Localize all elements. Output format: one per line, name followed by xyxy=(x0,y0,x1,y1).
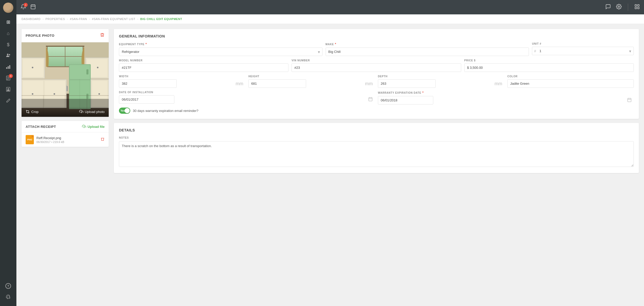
notes-section: NOTES There is a scratch on the bottom a… xyxy=(119,136,634,168)
price-field: PRICE $ xyxy=(464,59,634,72)
height-input[interactable] xyxy=(248,79,306,88)
topbar-divider xyxy=(628,4,628,11)
price-input[interactable] xyxy=(464,63,634,72)
upload-file-button[interactable]: Upload file xyxy=(82,125,105,129)
help-icon: ? xyxy=(5,283,11,289)
receipt-filename: Reff.Receipt.png xyxy=(36,136,64,140)
equipment-type-select-wrapper: Refrigerator Washer Dryer Dishwasher HVA… xyxy=(119,47,323,56)
receipt-file-details: Reff.Receipt.png 06/30/2017 • 219.6 kB xyxy=(36,136,64,144)
depth-label: DEPTH xyxy=(378,75,504,78)
vin-number-field: VIN NUMBER xyxy=(291,59,461,72)
equipment-type-select[interactable]: Refrigerator Washer Dryer Dishwasher HVA… xyxy=(119,47,323,56)
topbar-right xyxy=(605,4,640,11)
breadcrumb-dashboard[interactable]: DASHBOARD xyxy=(22,17,41,21)
svg-point-15 xyxy=(618,6,620,7)
money-icon: $ xyxy=(7,42,9,47)
breadcrumb-equipment-list[interactable]: #SAN-FRAN EQUIPMENT LIST xyxy=(92,17,135,21)
breadcrumb-sep-4: › xyxy=(137,18,138,21)
crop-button[interactable]: Crop xyxy=(26,110,38,114)
install-date-label: DATE OF INSTALLATION xyxy=(119,91,375,94)
sidebar-item-home[interactable]: ⌂ xyxy=(3,28,13,39)
sidebar-item-pen[interactable] xyxy=(3,96,13,106)
make-input[interactable] xyxy=(326,47,529,56)
svg-rect-11 xyxy=(31,5,35,9)
sidebar-item-grid[interactable]: ⊞ xyxy=(3,17,13,27)
svg-rect-4 xyxy=(9,65,10,69)
sidebar-item-help[interactable]: ? xyxy=(3,281,13,291)
sidebar-item-contact[interactable] xyxy=(3,85,13,95)
form-row-4: DATE OF INSTALLATION xyxy=(119,91,634,104)
warranty-date-calendar-icon[interactable] xyxy=(627,98,632,103)
delete-photo-button[interactable] xyxy=(100,33,105,39)
width-unit: mm xyxy=(236,81,243,86)
notes-label: NOTES xyxy=(119,136,634,139)
sidebar-item-tasks[interactable]: 8 xyxy=(3,73,13,84)
depth-wrapper: mm xyxy=(378,79,504,88)
left-column: PROFILE PHOTO xyxy=(22,29,109,301)
chart-icon xyxy=(6,64,11,71)
depth-input[interactable] xyxy=(378,79,436,88)
calendar-icon[interactable] xyxy=(30,4,36,11)
sidebar-item-money[interactable]: $ xyxy=(3,40,13,50)
equipment-type-required: * xyxy=(146,42,147,46)
unit-number-select[interactable]: 123 xyxy=(532,47,634,55)
svg-rect-2 xyxy=(6,67,7,69)
contact-icon xyxy=(6,87,11,93)
sidebar: ⊞ ⌂ $ 8 xyxy=(0,0,16,306)
warranty-date-input[interactable] xyxy=(378,96,433,104)
people-icon xyxy=(6,53,11,59)
notification-bell[interactable]: 1 xyxy=(21,4,26,11)
delete-receipt-button[interactable] xyxy=(100,137,105,142)
upload-photo-button[interactable]: Upload photo xyxy=(79,110,105,114)
kitchen-photo xyxy=(22,42,109,117)
color-input[interactable] xyxy=(507,79,634,88)
notes-textarea[interactable]: There is a scratch on the bottom as a re… xyxy=(119,141,634,167)
svg-rect-52 xyxy=(98,93,100,95)
chat-icon[interactable] xyxy=(605,4,611,11)
profile-photo-header: PROFILE PHOTO xyxy=(22,29,109,42)
general-info-title: GENERAL INFORMATION xyxy=(119,34,634,38)
toggle-yes-label: Yes xyxy=(120,109,125,112)
height-label: HEIGHT xyxy=(248,75,375,78)
pen-icon xyxy=(6,98,11,104)
warranty-toggle[interactable]: Yes xyxy=(119,108,130,114)
details-card: DETAILS NOTES There is a scratch on the … xyxy=(114,123,639,173)
file-type-icon: PNG xyxy=(26,135,34,144)
height-field: HEIGHT mm xyxy=(248,75,375,88)
warranty-toggle-description: 30 days warranty expiration email remind… xyxy=(133,109,198,113)
sidebar-item-support[interactable] xyxy=(3,292,13,302)
width-input[interactable] xyxy=(119,79,177,88)
vin-number-input[interactable] xyxy=(291,63,461,72)
make-label: MAKE * xyxy=(326,42,529,46)
svg-rect-46 xyxy=(86,69,88,74)
unit-number-label: UNIT # xyxy=(532,42,634,45)
topbar-profile-icon[interactable] xyxy=(634,4,640,11)
svg-rect-65 xyxy=(369,98,372,101)
model-number-field: MODEL NUMBER xyxy=(119,59,288,72)
unit-number-wrapper: # 123 xyxy=(532,47,634,55)
receipt-header: ATTACH RECEIPT Upload file xyxy=(22,121,109,132)
install-date-wrapper xyxy=(119,95,375,104)
breadcrumb-sep-1: › xyxy=(43,18,43,21)
form-row-1: EQUIPMENT TYPE * Refrigerator Washer Dry… xyxy=(119,42,634,56)
sidebar-item-people[interactable] xyxy=(3,51,13,61)
settings-icon[interactable] xyxy=(616,4,622,11)
height-unit: mm xyxy=(365,81,373,86)
svg-rect-69 xyxy=(628,98,631,102)
upload-photo-label: Upload photo xyxy=(85,110,105,114)
vin-number-label: VIN NUMBER xyxy=(291,59,461,62)
install-date-calendar-icon[interactable] xyxy=(368,97,373,102)
install-date-field: DATE OF INSTALLATION xyxy=(119,91,375,104)
breadcrumb-edit-equipment: BIG CHILL EDIT EQUIPMENT xyxy=(140,17,182,21)
svg-rect-18 xyxy=(635,7,637,8)
install-date-input[interactable] xyxy=(119,95,174,104)
model-number-label: MODEL NUMBER xyxy=(119,59,288,62)
model-number-input[interactable] xyxy=(119,63,288,72)
profile-photo-card: PROFILE PHOTO xyxy=(22,29,109,117)
equipment-type-field: EQUIPMENT TYPE * Refrigerator Washer Dry… xyxy=(119,42,323,56)
breadcrumb-properties[interactable]: PROPERTIES xyxy=(46,17,65,21)
avatar[interactable] xyxy=(3,3,13,13)
tasks-badge: 8 xyxy=(9,74,13,78)
sidebar-item-chart[interactable] xyxy=(3,62,13,72)
breadcrumb-sanfran[interactable]: #SAN-FRAN xyxy=(70,17,87,21)
